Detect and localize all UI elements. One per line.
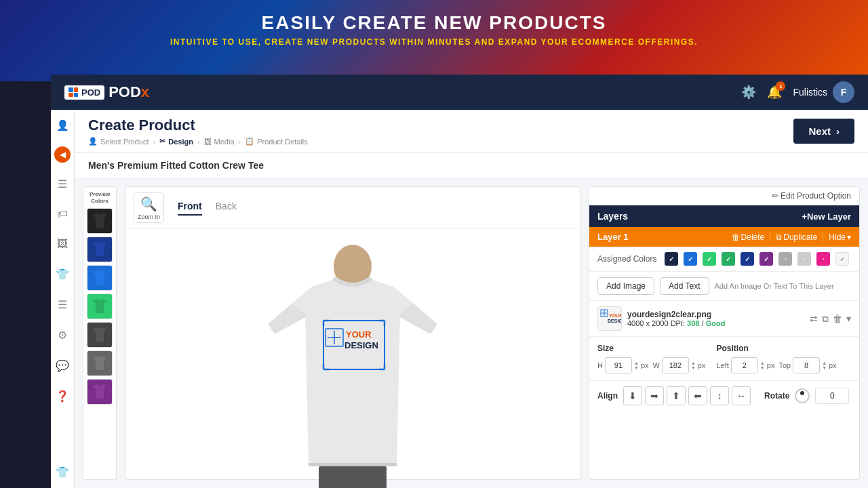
zoom-in-button[interactable]: 🔍 Zoom In — [134, 192, 164, 223]
svg-text:YOUR: YOUR — [346, 329, 372, 340]
color-sidebar: PreviewColors — [83, 186, 117, 480]
sidebar-icon-help[interactable]: ❓ — [53, 387, 72, 405]
nav-right-area: ⚙️ 🔔 1 Fulistics F — [741, 81, 854, 103]
file-copy-icon[interactable]: ⧉ — [822, 313, 829, 325]
breadcrumb-select-product[interactable]: 👤 Select Product — [88, 137, 149, 146]
layer-1-item: Layer 1 🗑 Delete ⧉ Duplicate — [589, 227, 859, 247]
duplicate-layer-button[interactable]: ⧉ Duplicate — [776, 232, 817, 242]
left-input[interactable] — [731, 357, 758, 373]
width-down-arrow[interactable]: ▼ — [691, 365, 696, 370]
align-bottom-button[interactable]: ⬇ — [623, 386, 642, 405]
top-up-arrow[interactable]: ▲ — [822, 361, 827, 365]
sidebar-icon-tag[interactable]: 🏷 — [54, 205, 71, 223]
delete-layer-button[interactable]: 🗑 Delete — [732, 232, 765, 242]
hero-title: EASILY CREATE NEW PRODUCTS — [0, 12, 868, 34]
rotate-dial[interactable] — [795, 388, 810, 403]
align-rotate-row: Align ⬇ ➡ ⬆ ⬅ ↕ ↔ — [589, 381, 859, 411]
color-check-6[interactable]: ✓ — [760, 252, 773, 266]
tab-back[interactable]: Back — [216, 201, 237, 216]
color-swatch-charcoal[interactable] — [87, 322, 113, 348]
left-up-arrow[interactable]: ▲ — [760, 361, 765, 365]
align-hcenter-button[interactable]: ↔ — [732, 386, 751, 405]
color-check-10[interactable]: ✓ — [835, 252, 849, 266]
top-spinners: ▲ ▼ — [822, 361, 827, 370]
color-check-9[interactable]: · — [816, 252, 830, 266]
file-actions: ⇄ ⧉ 🗑 ▾ — [810, 313, 851, 325]
color-check-5[interactable]: ✓ — [741, 252, 754, 266]
width-input[interactable] — [662, 357, 689, 373]
sidebar-icon-menu2[interactable]: ☰ — [55, 296, 70, 314]
breadcrumb-design[interactable]: ✂ Design — [159, 137, 193, 146]
sidebar-icon-shirt[interactable]: 👕 — [53, 265, 72, 283]
duplicate-label: Duplicate — [783, 232, 817, 242]
add-image-button[interactable]: Add Image — [597, 277, 654, 295]
color-check-3[interactable]: ✓ — [703, 252, 716, 266]
sidebar-icon-image[interactable]: 🖼 — [54, 235, 71, 253]
duplicate-icon: ⧉ — [776, 232, 782, 242]
add-text-button[interactable]: Add Text — [660, 277, 709, 295]
align-left-button[interactable]: ⬅ — [688, 386, 707, 405]
breadcrumb-product-details[interactable]: 📋 Product Details — [245, 137, 308, 146]
rotate-indicator — [800, 391, 804, 395]
next-button[interactable]: Next › — [793, 119, 854, 144]
color-check-4[interactable]: ✓ — [722, 252, 735, 266]
top-input[interactable] — [793, 357, 820, 373]
file-delete-icon[interactable]: 🗑 — [833, 313, 842, 324]
layers-header: Layers +New Layer — [589, 205, 859, 227]
align-vcenter-button[interactable]: ↕ — [710, 386, 729, 405]
width-unit: px — [698, 361, 706, 369]
sidebar-icon-list[interactable]: ☰ — [55, 175, 70, 193]
new-layer-button[interactable]: +New Layer — [802, 211, 851, 222]
left-spinners: ▲ ▼ — [760, 361, 765, 370]
size-fields: H ▲ ▼ px W — [597, 357, 705, 373]
tshirt-controls: 🔍 Zoom In Front Back — [125, 187, 580, 229]
settings-icon[interactable]: ⚙️ — [741, 85, 756, 100]
breadcrumb-media-icon: 🖼 — [204, 138, 212, 146]
notification-icon[interactable]: 🔔 1 — [767, 85, 782, 100]
color-swatch-navy[interactable] — [87, 237, 113, 262]
file-expand-icon[interactable]: ▾ — [846, 313, 851, 324]
rotate-input[interactable] — [815, 388, 849, 404]
color-check-8[interactable]: · — [797, 252, 811, 266]
logo-cell-1 — [68, 87, 73, 92]
user-menu[interactable]: Fulistics F — [793, 81, 854, 103]
edit-product-option[interactable]: ✏ Edit Product Option — [589, 187, 859, 205]
color-swatch-darkgray[interactable] — [87, 350, 113, 376]
color-swatch-green[interactable] — [87, 293, 113, 319]
sidebar-icon-chat[interactable]: 💬 — [53, 357, 72, 375]
top-unit: px — [829, 361, 837, 369]
hide-layer-button[interactable]: Hide ▾ — [829, 232, 851, 242]
tab-front[interactable]: Front — [178, 201, 202, 216]
view-tabs: Front Back — [178, 201, 237, 216]
svg-text:DESIGN: DESIGN — [344, 340, 378, 350]
breadcrumb-sep-2: › — [197, 138, 200, 146]
align-buttons: ⬇ ➡ ⬆ ⬅ ↕ ↔ — [623, 386, 751, 405]
sidebar-icon-settings[interactable]: ⚙ — [55, 326, 70, 344]
sidebar-back-button[interactable]: ◀ — [54, 146, 71, 163]
width-up-arrow[interactable]: ▲ — [691, 361, 696, 365]
file-dpi-value: 308 — [687, 319, 699, 327]
align-top-button[interactable]: ⬆ — [667, 386, 686, 405]
align-section: Align ⬇ ➡ ⬆ ⬅ ↕ ↔ — [597, 386, 751, 405]
sidebar-icon-tshirt-bottom[interactable]: 👕 — [53, 463, 72, 481]
sidebar-icon-person[interactable]: 👤 — [54, 117, 72, 134]
avatar: F — [833, 81, 854, 103]
color-check-1[interactable]: ✓ — [665, 252, 678, 266]
height-input[interactable] — [605, 357, 632, 373]
align-right-button[interactable]: ➡ — [645, 386, 664, 405]
assigned-colors-row: Assigned Colors ✓ ✓ ✓ ✓ ✓ ✓ · · · ✓ — [589, 247, 859, 272]
size-group: Size H ▲ ▼ px — [597, 344, 705, 373]
color-swatch-royalblue[interactable] — [87, 265, 113, 291]
breadcrumb-media[interactable]: 🖼 Media — [204, 138, 235, 146]
color-swatch-purple[interactable] — [87, 379, 113, 405]
left-down-arrow[interactable]: ▼ — [760, 365, 765, 370]
color-swatch-black[interactable] — [87, 208, 113, 234]
hide-chevron-icon: ▾ — [847, 232, 851, 242]
height-up-arrow[interactable]: ▲ — [634, 361, 639, 365]
color-check-2[interactable]: ✓ — [684, 252, 697, 266]
height-down-arrow[interactable]: ▼ — [634, 365, 639, 370]
file-replace-icon[interactable]: ⇄ — [810, 313, 818, 324]
logo[interactable]: POD PODx — [64, 83, 149, 101]
top-down-arrow[interactable]: ▼ — [822, 365, 827, 370]
color-check-7[interactable]: · — [778, 252, 792, 266]
